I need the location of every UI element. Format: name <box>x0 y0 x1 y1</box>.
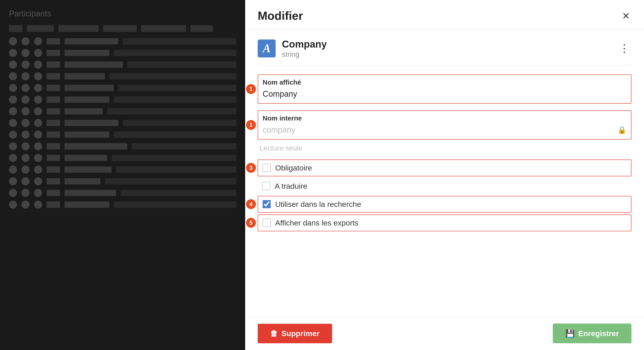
entity-name: Company <box>282 38 327 50</box>
delete-label: Supprimer <box>282 329 320 338</box>
action-bar: 🗑 Supprimer 💾 Enregistrer <box>245 316 644 350</box>
field-internal-name-wrapper: 🔒 <box>258 124 631 139</box>
panel-title: Modifier <box>258 9 303 23</box>
translate-label: A traduire <box>275 182 308 191</box>
field-internal-name-label: Nom interne <box>258 111 631 124</box>
modifier-panel: Modifier × A Company string ⋮ 1 Nom affi… <box>245 0 644 350</box>
search-label: Utiliser dans la recherche <box>275 200 361 209</box>
exports-row: Afficher dans les exports <box>258 215 631 231</box>
badge-3: 3 <box>246 163 256 173</box>
required-checkbox-group: Obligatoire <box>258 159 632 176</box>
entity-type-label: string <box>282 50 327 59</box>
translate-row: A traduire <box>258 178 632 194</box>
trash-icon: 🗑 <box>270 329 278 338</box>
entity-info: Company string <box>282 38 327 59</box>
required-label: Obligatoire <box>275 163 312 172</box>
badge-1b: 1 <box>246 120 256 130</box>
close-button[interactable]: × <box>620 10 632 22</box>
exports-checkbox-group: Afficher dans les exports <box>258 215 632 231</box>
readonly-label: Lecture seule <box>260 142 302 157</box>
search-checkbox[interactable] <box>262 200 271 208</box>
badge-5: 5 <box>246 218 256 228</box>
translate-checkbox[interactable] <box>262 182 270 190</box>
exports-checkbox[interactable] <box>262 219 271 227</box>
save-button[interactable]: 💾 Enregistrer <box>553 323 632 343</box>
field-display-name-group: Nom affiché <box>258 75 632 104</box>
display-name-input[interactable] <box>262 88 626 100</box>
entity-header: A Company string ⋮ <box>245 29 644 65</box>
delete-button[interactable]: 🗑 Supprimer <box>258 324 332 343</box>
exports-label: Afficher dans les exports <box>275 219 358 227</box>
field-display-name-wrapper <box>258 88 631 103</box>
bg-title: Participants <box>9 9 236 18</box>
more-options-button[interactable]: ⋮ <box>617 43 632 54</box>
panel-header: Modifier × <box>245 0 644 29</box>
field-display-name-label: Nom affiché <box>258 75 631 88</box>
form-area: 1 Nom affiché 1 Nom interne 🔒 <box>245 66 644 316</box>
lock-icon: 🔒 <box>618 126 626 134</box>
save-icon: 💾 <box>565 329 575 338</box>
required-checkbox[interactable] <box>262 164 271 172</box>
save-label: Enregistrer <box>578 329 619 338</box>
badge-1: 1 <box>246 84 256 94</box>
badge-4: 4 <box>246 199 256 209</box>
search-checkbox-group: Utiliser dans la recherche <box>258 196 632 213</box>
search-row: Utiliser dans la recherche <box>258 196 631 212</box>
entity-type-icon: A <box>258 40 276 57</box>
field-internal-name-group: Nom interne 🔒 <box>258 110 632 139</box>
background-panel: Participants <box>0 0 245 350</box>
internal-name-input-row: 🔒 <box>262 124 626 135</box>
internal-name-input[interactable] <box>262 124 618 135</box>
entity-left: A Company string <box>258 38 327 59</box>
required-row: Obligatoire <box>258 160 631 176</box>
